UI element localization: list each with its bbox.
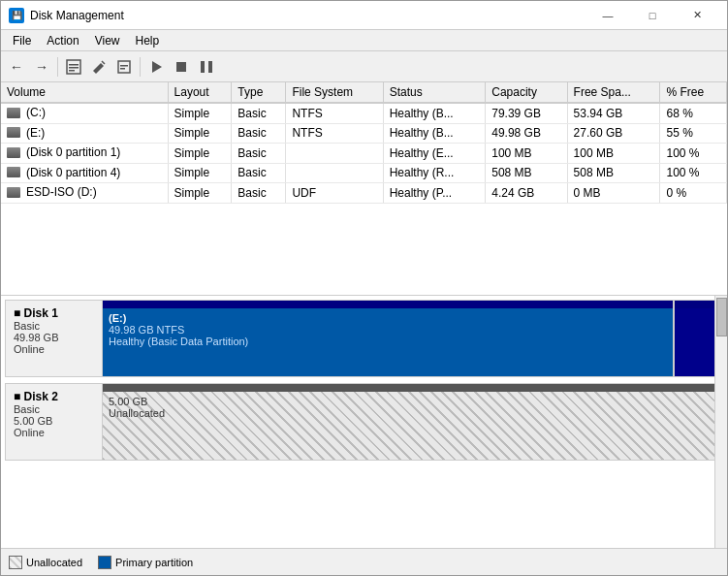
toolbar-btn-5[interactable] — [112, 55, 136, 79]
col-freespace: Free Spa... — [567, 82, 660, 103]
disk-2-status: Online — [14, 427, 94, 438]
cell-volume: (Disk 0 partition 4) — [1, 163, 168, 183]
menu-help[interactable]: Help — [128, 32, 168, 49]
cell-free: 508 MB — [567, 163, 660, 183]
toolbar-btn-4[interactable] — [87, 55, 111, 79]
disk-management-window: 💾 Disk Management — □ ✕ File Action View… — [0, 0, 728, 576]
cell-type: Basic — [232, 123, 286, 144]
disk-2-partitions: 5.00 GB Unallocated — [103, 384, 722, 460]
partition-e-detail1: 49.98 GB NTFS — [109, 324, 667, 336]
disk-1-e-partition[interactable]: (E:) 49.98 GB NTFS Healthy (Basic Data P… — [103, 301, 674, 376]
toolbar-btn-3[interactable] — [62, 55, 85, 79]
title-bar-controls: — □ ✕ — [586, 1, 719, 30]
back-button[interactable]: ← — [5, 55, 28, 79]
svg-rect-9 — [201, 61, 205, 73]
disk-1-status: Online — [14, 343, 94, 355]
svg-rect-6 — [120, 68, 125, 70]
partition-e-content: (E:) 49.98 GB NTFS Healthy (Basic Data P… — [103, 308, 673, 376]
svg-rect-4 — [118, 61, 130, 73]
legend-primary-label: Primary partition — [115, 557, 193, 568]
unalloc-top-bar — [103, 384, 722, 392]
cell-type: Basic — [232, 183, 286, 204]
cell-layout: Simple — [168, 144, 232, 164]
cell-volume: (Disk 0 partition 1) — [1, 144, 168, 164]
disk-1-row: ■ Disk 1 Basic 49.98 GB Online (E:) 49.9… — [5, 300, 723, 377]
menu-action[interactable]: Action — [39, 32, 86, 49]
toolbar-btn-7[interactable] — [170, 55, 193, 79]
legend-primary: Primary partition — [98, 556, 193, 569]
table-row[interactable]: (Disk 0 partition 1) Simple Basic Health… — [1, 144, 727, 164]
disk-1-type: Basic — [14, 320, 94, 332]
col-status: Status — [383, 82, 486, 103]
toolbar-sep-2 — [140, 57, 141, 77]
cell-fs — [286, 144, 383, 164]
volume-table: Volume Layout Type File System Status Ca… — [1, 82, 727, 204]
cell-status: Healthy (B... — [383, 123, 486, 144]
forward-button[interactable]: → — [30, 55, 53, 79]
disk-2-unalloc[interactable]: 5.00 GB Unallocated — [103, 384, 722, 460]
cell-capacity: 49.98 GB — [486, 123, 567, 144]
svg-rect-2 — [69, 67, 79, 69]
cell-status: Healthy (P... — [383, 183, 486, 204]
cell-free: 0 MB — [567, 183, 660, 204]
cell-free: 100 MB — [567, 144, 660, 164]
cell-fs — [286, 163, 383, 183]
cell-free: 27.60 GB — [567, 123, 660, 144]
svg-marker-7 — [152, 61, 162, 73]
col-filesystem: File System — [286, 82, 383, 103]
menu-view[interactable]: View — [87, 32, 128, 49]
disk-view-area[interactable]: ■ Disk 1 Basic 49.98 GB Online (E:) 49.9… — [1, 296, 727, 548]
cell-fs: NTFS — [286, 103, 383, 123]
toolbar-sep-1 — [57, 57, 58, 77]
cell-fs: NTFS — [286, 123, 383, 144]
title-bar: 💾 Disk Management — □ ✕ — [1, 1, 727, 30]
cell-pct: 100 % — [660, 144, 727, 164]
table-row[interactable]: ESD-ISO (D:) Simple Basic UDF Healthy (P… — [1, 183, 727, 204]
disk-2-label: ■ Disk 2 Basic 5.00 GB Online — [6, 384, 103, 460]
disk-1-size: 49.98 GB — [14, 332, 94, 343]
cell-capacity: 4.24 GB — [486, 183, 567, 204]
svg-rect-5 — [120, 65, 128, 67]
scrollbar-track[interactable] — [714, 296, 727, 548]
menu-file[interactable]: File — [5, 32, 39, 49]
toolbar: ← → — [1, 51, 727, 82]
table-row[interactable]: (Disk 0 partition 4) Simple Basic Health… — [1, 163, 727, 183]
cell-layout: Simple — [168, 183, 232, 204]
partition-top-bar-e — [103, 301, 673, 308]
window-title: Disk Management — [30, 9, 124, 22]
legend-unalloc-label: Unallocated — [26, 557, 82, 568]
cell-status: Healthy (R... — [383, 163, 486, 183]
cell-type: Basic — [232, 144, 286, 164]
minimize-button[interactable]: — — [586, 1, 630, 30]
legend-primary-box — [98, 556, 111, 569]
cell-capacity: 508 MB — [486, 163, 567, 183]
volume-table-area: Volume Layout Type File System Status Ca… — [1, 82, 727, 296]
cell-layout: Simple — [168, 123, 232, 144]
disk-2-type: Basic — [14, 403, 94, 415]
menu-bar: File Action View Help — [1, 30, 727, 51]
legend-unalloc: Unallocated — [9, 556, 82, 569]
unalloc-size: 5.00 GB — [109, 396, 716, 407]
scrollbar-thumb[interactable] — [716, 298, 727, 336]
cell-layout: Simple — [168, 163, 232, 183]
cell-layout: Simple — [168, 103, 232, 123]
maximize-button[interactable]: □ — [630, 1, 675, 30]
svg-rect-10 — [208, 61, 212, 73]
table-row[interactable]: (C:) Simple Basic NTFS Healthy (B... 79.… — [1, 103, 727, 123]
cell-type: Basic — [232, 163, 286, 183]
toolbar-btn-8[interactable] — [195, 55, 218, 79]
col-pctfree: % Free — [660, 82, 727, 103]
close-button[interactable]: ✕ — [675, 1, 719, 30]
col-volume: Volume — [1, 82, 168, 103]
cell-free: 53.94 GB — [567, 103, 660, 123]
table-header-row: Volume Layout Type File System Status Ca… — [1, 82, 727, 103]
cell-volume: (C:) — [1, 103, 168, 123]
disk-2-size: 5.00 GB — [14, 415, 94, 427]
disk-1-name: ■ Disk 1 — [14, 306, 94, 320]
table-row[interactable]: (E:) Simple Basic NTFS Healthy (B... 49.… — [1, 123, 727, 144]
cell-pct: 55 % — [660, 123, 727, 144]
toolbar-btn-6[interactable] — [144, 55, 168, 79]
cell-status: Healthy (E... — [383, 144, 486, 164]
cell-capacity: 79.39 GB — [486, 103, 567, 123]
svg-rect-8 — [176, 62, 186, 72]
